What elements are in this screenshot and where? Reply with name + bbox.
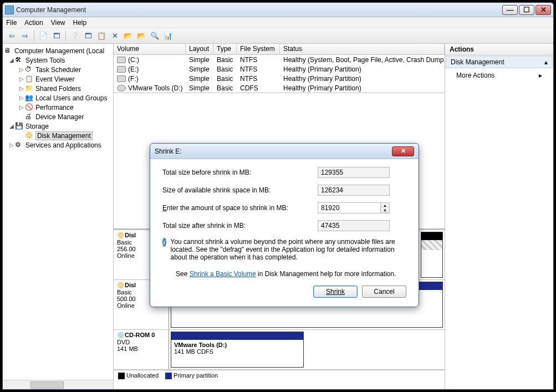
col-layout[interactable]: Layout	[186, 44, 213, 54]
col-volume[interactable]: Volume	[114, 44, 186, 54]
spinner-up-icon[interactable]: ▲	[381, 203, 389, 208]
tree-shared-folders[interactable]: ▷📁Shared Folders	[4, 84, 112, 93]
dialog-close-button[interactable]: ✕	[392, 146, 414, 156]
legend: Unallocated Primary partition	[114, 370, 445, 381]
folder-icon: 📁	[25, 84, 34, 93]
spinner[interactable]: ▲▼	[380, 203, 389, 213]
tree-event-viewer[interactable]: ▷📋Event Viewer	[4, 74, 112, 84]
cancel-button[interactable]: Cancel	[362, 286, 406, 298]
maximize-button[interactable]: ☐	[519, 5, 534, 15]
info-icon: i	[162, 238, 166, 247]
perf-icon: 🚫	[25, 103, 34, 112]
search-icon[interactable]: 🔍	[149, 30, 160, 42]
users-icon: 👥	[25, 94, 34, 103]
drive-icon	[117, 75, 126, 82]
tools-icon: 🛠	[15, 56, 24, 65]
actions-more[interactable]: More Actions▸	[445, 69, 553, 82]
tree-local-users[interactable]: ▷👥Local Users and Groups	[4, 93, 112, 103]
label-available: Size of available shrink space in MB:	[162, 186, 318, 194]
shrink-dialog: Shrink E: ✕ Total size before shrink in …	[150, 143, 419, 307]
tree-services[interactable]: ▷⚙Services and Applications	[4, 140, 112, 150]
event-icon: 📋	[25, 75, 34, 84]
titlebar: Computer Management — ☐ ✕	[3, 3, 553, 17]
dialog-info-text: You cannot shrink a volume beyond the po…	[171, 238, 406, 261]
col-status[interactable]: Status	[280, 44, 445, 54]
actions-pane: Actions Disk Management▴ More Actions▸	[445, 44, 553, 389]
input-shrink-amount[interactable]: 81920▲▼	[318, 202, 390, 213]
storage-icon: 💾	[15, 122, 24, 131]
forward-icon[interactable]: ⇨	[19, 30, 30, 42]
props-icon[interactable]: 🗔	[51, 30, 62, 42]
tree-system-tools[interactable]: ◢🛠System Tools	[4, 55, 112, 65]
app-icon	[5, 6, 14, 14]
view2-icon[interactable]: 🗔	[83, 30, 94, 42]
tree-task-scheduler[interactable]: ▷⏱Task Scheduler	[4, 65, 112, 74]
close-button[interactable]: ✕	[535, 5, 551, 15]
menubar: File Action View Help	[3, 17, 553, 28]
open-icon[interactable]: 📂	[136, 30, 147, 42]
back-icon[interactable]: ⇦	[6, 30, 17, 42]
cd-icon	[117, 85, 126, 91]
legend-primary-swatch	[165, 373, 172, 379]
cdrom-icon: 💿	[117, 332, 125, 338]
label-enter-amount: EEnter the amount of space to shrink in …	[162, 204, 318, 212]
menu-help[interactable]: Help	[73, 19, 87, 27]
col-filesystem[interactable]: File System	[237, 44, 280, 54]
clock-icon: ⏱	[25, 65, 34, 74]
minimize-button[interactable]: —	[502, 5, 518, 15]
help-link[interactable]: Shrink a Basic Volume	[190, 270, 256, 278]
menu-view[interactable]: View	[51, 19, 65, 27]
dialog-help-text: See Shrink a Basic Volume in Disk Manage…	[162, 270, 406, 278]
settings-icon[interactable]: 📂	[123, 30, 134, 42]
shrink-button[interactable]: Shrink	[313, 286, 358, 298]
window-title: Computer Management	[16, 6, 501, 14]
actions-header: Actions	[445, 44, 553, 55]
label-total-before: Total size before shrink in MB:	[162, 169, 318, 176]
chevron-right-icon: ▸	[539, 72, 542, 79]
value-total-after: 47435	[318, 220, 390, 231]
help-icon[interactable]: ❔	[69, 30, 80, 42]
volume-row[interactable]: VMware Tools (D:)SimpleBasicCDFSHealthy …	[114, 83, 445, 93]
spinner-down-icon[interactable]: ▼	[381, 208, 389, 213]
menu-file[interactable]: File	[6, 19, 17, 27]
volume-row[interactable]: (F:)SimpleBasicNTFSHealthy (Primary Part…	[114, 74, 445, 83]
tree-hscrollbar[interactable]	[3, 380, 113, 389]
refresh-icon[interactable]: 📋	[96, 30, 107, 42]
tree-root[interactable]: 🖥Computer Management (Local	[4, 46, 112, 55]
services-icon: ⚙	[15, 141, 24, 150]
disk-icon: 📀	[117, 232, 125, 238]
tree-device-manager[interactable]: 🖨Device Manager	[4, 112, 112, 121]
extra-icon[interactable]: 📊	[162, 30, 174, 42]
legend-unallocated-swatch	[118, 373, 125, 379]
label-total-after: Total size after shrink in MB:	[162, 222, 318, 230]
disk-icon: 📀	[117, 282, 125, 288]
menu-action[interactable]: Action	[24, 19, 43, 27]
collapse-icon: ▴	[544, 58, 548, 66]
up-icon[interactable]: 📄	[38, 30, 49, 42]
mmc-icon: 🖥	[4, 47, 13, 55]
value-available: 126234	[318, 185, 390, 196]
tree-disk-management[interactable]: 📀Disk Management	[4, 131, 112, 140]
volume-row[interactable]: (C:)SimpleBasicNTFSHealthy (System, Boot…	[114, 55, 445, 64]
delete-icon[interactable]: ✕	[109, 30, 120, 42]
window-controls: — ☐ ✕	[501, 5, 551, 15]
value-total-before: 129355	[318, 167, 390, 178]
tree-pane: 🖥Computer Management (Local ◢🛠System Too…	[3, 44, 114, 389]
toolbar: ⇦ ⇨ 📄 🗔 ❔ 🗔 📋 ✕ 📂 📂 🔍 📊	[3, 28, 553, 44]
drive-icon	[117, 57, 126, 63]
dialog-title: Shrink E:	[155, 147, 392, 155]
col-type[interactable]: Type	[213, 44, 237, 54]
dialog-titlebar[interactable]: Shrink E: ✕	[150, 144, 419, 159]
tree-performance[interactable]: ▷🚫Performance	[4, 103, 112, 112]
disk-icon: 📀	[25, 131, 34, 140]
actions-disk-management[interactable]: Disk Management▴	[446, 56, 553, 68]
volume-row[interactable]: (E:)SimpleBasicNTFSHealthy (Primary Part…	[114, 64, 445, 74]
drive-icon	[117, 66, 126, 73]
tree-storage[interactable]: ◢💾Storage	[4, 121, 112, 131]
disk-row-cdrom[interactable]: 💿CD-ROM 0DVD141 MB VMware Tools (D:)141 …	[114, 330, 445, 370]
volume-header: Volume Layout Type File System Status	[114, 44, 445, 55]
volume-list: Volume Layout Type File System Status (C…	[114, 44, 445, 93]
device-icon: 🖨	[25, 113, 34, 121]
